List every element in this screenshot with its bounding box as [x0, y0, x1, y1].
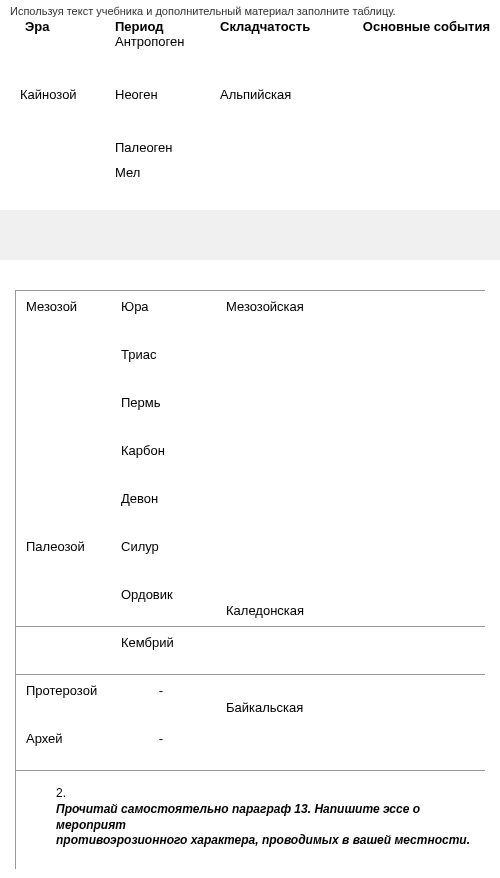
section-gap — [0, 210, 500, 260]
period-cell: Мел — [115, 165, 220, 180]
period-cell: Девон — [121, 491, 226, 506]
period-cell: Пермь — [121, 395, 226, 410]
table-row: ОрдовикКаледонская — [16, 579, 485, 627]
fold-cell — [220, 165, 350, 180]
bottom-table-section: МезозойЮраМезозойскаяТриасПермьКарбонДев… — [15, 290, 485, 869]
table-row: МезозойЮраМезозойская — [16, 291, 485, 339]
table-row: Кайнозой Неоген Альпийская — [10, 87, 490, 102]
fold-cell: Каледонская — [226, 603, 356, 618]
header-era: Эра — [10, 19, 115, 34]
table-row: Триас — [16, 339, 485, 387]
fold-cell — [220, 34, 350, 49]
table-row: Девон — [16, 483, 485, 531]
table-row: Палеоген — [10, 140, 490, 155]
period-cell: Антропоген — [115, 34, 220, 49]
period-cell: - — [121, 731, 226, 746]
header-fold: Складчатость — [220, 19, 350, 34]
task-section: 2. Прочитай самостоятельно параграф 13. … — [16, 771, 485, 869]
period-cell: Неоген — [115, 87, 220, 102]
period-cell: Карбон — [121, 443, 226, 458]
table-row: Мел — [10, 165, 490, 180]
era-cell: Протерозой — [16, 683, 121, 698]
period-cell: Юра — [121, 299, 226, 314]
era-cell — [10, 140, 115, 155]
period-cell: Ордовик — [121, 587, 226, 602]
period-cell: Палеоген — [115, 140, 220, 155]
table-row: Протерозой-Байкальская — [16, 675, 485, 723]
period-cell: - — [121, 683, 226, 698]
period-cell: Силур — [121, 539, 226, 554]
period-cell: Триас — [121, 347, 226, 362]
era-cell: Архей — [16, 731, 121, 746]
table-header-row: Эра Период Складчатость Основные события — [10, 19, 490, 34]
table-row: ПалеозойСилур — [16, 531, 485, 579]
table-row: Архей- — [16, 723, 485, 771]
fold-cell: Альпийская — [220, 87, 350, 102]
top-table-section: Используя текст учебника и дополнительны… — [0, 0, 500, 200]
task-text-line: Прочитай самостоятельно параграф 13. Нап… — [56, 802, 475, 833]
table-row: Пермь — [16, 387, 485, 435]
table-row: Антропоген — [10, 34, 490, 49]
fold-cell: Мезозойская — [226, 299, 356, 314]
header-events: Основные события — [350, 19, 490, 34]
era-cell — [10, 34, 115, 49]
table-row: Карбон — [16, 435, 485, 483]
task-text-line: противоэрозионного характера, проводимых… — [56, 833, 475, 849]
era-cell: Палеозой — [16, 539, 121, 554]
task-number: 2. — [56, 786, 475, 800]
fold-cell: Байкальская — [226, 700, 356, 715]
period-cell: Кембрий — [121, 635, 226, 650]
era-cell — [10, 165, 115, 180]
header-period: Период — [115, 19, 220, 34]
table-row: Кембрий — [16, 627, 485, 675]
era-cell: Кайнозой — [10, 87, 115, 102]
instruction-text: Используя текст учебника и дополнительны… — [10, 5, 490, 17]
era-cell: Мезозой — [16, 299, 121, 314]
fold-cell — [220, 140, 350, 155]
